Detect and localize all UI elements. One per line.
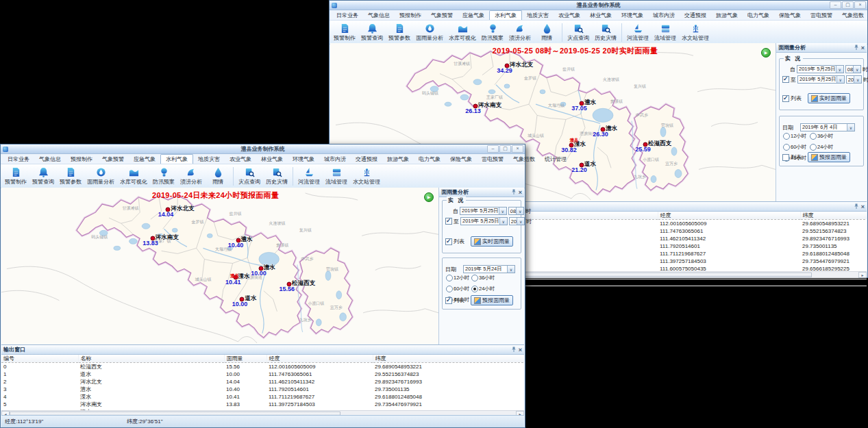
tab-统计管理[interactable]: 统计管理 xyxy=(540,155,571,164)
table-row[interactable]: 5涔水南支13.83111.39725718450329.73544769799… xyxy=(1,401,524,408)
toolbar-button-rain-info[interactable]: 雨情 xyxy=(534,23,560,42)
radio-24小时[interactable]: 24小时 xyxy=(471,286,497,292)
tab-环境气象[interactable]: 环境气象 xyxy=(288,155,319,164)
column-header-经度[interactable]: 经度 xyxy=(266,355,373,363)
chevron-down-icon[interactable]: ∨ xyxy=(836,76,844,83)
forecast-rainfall-button[interactable]: 预报面雨量 xyxy=(808,152,850,162)
realtime-rainfall-button[interactable]: 实时面雨量 xyxy=(808,93,850,103)
forecast-date-select[interactable]: 2019年 6月 4日∨ xyxy=(800,123,855,131)
list-checkbox[interactable] xyxy=(445,297,452,304)
tab-气象指数[interactable]: 气象指数 xyxy=(837,11,868,20)
maximize-button[interactable]: ▢ xyxy=(499,145,511,153)
tab-雷电预警[interactable]: 雷电预警 xyxy=(477,155,508,164)
tab-地质灾害[interactable]: 地质灾害 xyxy=(522,11,554,20)
pin-icon[interactable] xyxy=(854,45,859,51)
tab-农业气象[interactable]: 农业气象 xyxy=(554,11,585,20)
map-refresh-button[interactable]: ▶ xyxy=(761,48,771,58)
chevron-down-icon[interactable]: ∨ xyxy=(847,124,854,131)
tab-雷电预警[interactable]: 雷电预警 xyxy=(806,11,837,20)
toolbar-button-warning-params[interactable]: 预警参数 xyxy=(57,166,84,186)
tab-预报制作[interactable]: 预报制作 xyxy=(395,11,426,20)
to-date-select[interactable]: 2019年 5月25日∨ xyxy=(460,217,508,225)
toolbar-button-hydro-station-manage[interactable]: 水文站管理 xyxy=(350,166,383,186)
tab-预报制作[interactable]: 预报制作 xyxy=(66,155,97,164)
tab-农业气象[interactable]: 农业气象 xyxy=(225,155,256,164)
from-hour-select[interactable]: 08∨ xyxy=(508,207,524,215)
chevron-down-icon[interactable]: ∨ xyxy=(516,207,523,214)
chevron-down-icon[interactable]: ∨ xyxy=(499,207,506,214)
titlebar[interactable]: 澧县业务制作系统 – ▢ × xyxy=(1,144,525,154)
tab-电力气象[interactable]: 电力气象 xyxy=(743,11,774,20)
toolbar-button-disaster-point-query[interactable]: 灾点查询 xyxy=(565,23,592,42)
toolbar-button-warning-create[interactable]: 预警制作 xyxy=(331,23,358,42)
pin-icon[interactable] xyxy=(511,347,517,353)
map-refresh-button[interactable]: ▶ xyxy=(424,192,434,202)
table-row[interactable]: 0松滋西支15.56112.00160560500929.68905489532… xyxy=(1,363,524,371)
to-checkbox[interactable] xyxy=(445,218,452,225)
tab-交通预报[interactable]: 交通预报 xyxy=(680,11,711,20)
from-hour-select[interactable]: 08∨ xyxy=(845,65,861,73)
tab-城市内涝[interactable]: 城市内涝 xyxy=(319,155,351,164)
minimize-button[interactable]: – xyxy=(487,145,499,153)
tab-地质灾害[interactable]: 地质灾害 xyxy=(193,155,225,164)
column-header-纬度[interactable]: 纬度 xyxy=(373,355,524,363)
tab-气象预警[interactable]: 气象预警 xyxy=(97,155,129,164)
minimize-button[interactable]: – xyxy=(830,1,841,9)
from-date-select[interactable]: 2019年 5月25日∨ xyxy=(797,65,844,73)
tab-日常业务[interactable]: 日常业务 xyxy=(332,11,363,20)
table-row[interactable]: 4渫水10.41111.71121968762729.6188012485048 xyxy=(1,393,524,401)
tab-水利气象[interactable]: 水利气象 xyxy=(489,10,522,20)
tab-气象信息[interactable]: 气象信息 xyxy=(34,155,66,164)
to-checkbox[interactable] xyxy=(782,76,789,83)
list-checkbox[interactable] xyxy=(782,154,789,161)
from-date-select[interactable]: 2019年 5月25日∨ xyxy=(460,207,507,215)
toolbar-button-disaster-point-query[interactable]: 灾点查询 xyxy=(236,166,263,186)
toolbar-button-history-disaster[interactable]: 历史灾情 xyxy=(263,166,290,186)
close-button[interactable]: × xyxy=(512,145,523,153)
tab-电力气象[interactable]: 电力气象 xyxy=(414,155,445,164)
toolbar-button-waterlogging[interactable]: 渍涝分析 xyxy=(177,166,205,186)
tab-环境气象[interactable]: 环境气象 xyxy=(617,11,648,20)
toolbar-button-flood-plan[interactable]: 防汛预案 xyxy=(479,23,506,42)
panel-close-icon[interactable]: × xyxy=(861,45,865,51)
column-header-名称[interactable]: 名称 xyxy=(78,355,224,363)
toolbar-button-basin-manage[interactable]: 流域管理 xyxy=(323,166,350,186)
toolbar-button-warning-query[interactable]: 预警查询 xyxy=(29,166,57,186)
chevron-down-icon[interactable]: ∨ xyxy=(836,66,843,73)
column-header-编号[interactable]: 编号 xyxy=(1,355,78,363)
table-row[interactable]: 1道水10.00111.7476306506129.552156374823 xyxy=(1,370,524,378)
tab-气象预警[interactable]: 气象预警 xyxy=(426,11,458,20)
tab-旅游气象[interactable]: 旅游气象 xyxy=(711,11,743,20)
radio-12小时[interactable]: 12小时 xyxy=(446,275,471,281)
close-button[interactable]: × xyxy=(854,1,866,9)
tab-应急气象[interactable]: 应急气象 xyxy=(458,11,489,20)
maximize-button[interactable]: ▢ xyxy=(842,1,854,9)
toolbar-button-river-manage[interactable]: 河流管理 xyxy=(295,166,323,186)
tab-保险气象[interactable]: 保险气象 xyxy=(445,155,477,164)
tab-日常业务[interactable]: 日常业务 xyxy=(3,155,34,164)
chevron-down-icon[interactable]: ∨ xyxy=(517,218,524,225)
toolbar-button-reservoir-view[interactable]: 水库可视化 xyxy=(446,23,479,42)
forecast-date-select[interactable]: 2019年 5月24日∨ xyxy=(463,265,515,273)
toolbar-button-rain-info[interactable]: 雨情 xyxy=(205,166,231,186)
tab-旅游气象[interactable]: 旅游气象 xyxy=(382,155,414,164)
column-header-纬度[interactable]: 纬度 xyxy=(800,212,867,220)
list-checkbox[interactable] xyxy=(782,95,789,102)
list-checkbox[interactable] xyxy=(445,238,452,245)
tab-交通预报[interactable]: 交通预报 xyxy=(351,155,382,164)
to-hour-select[interactable]: 20∨ xyxy=(509,217,525,225)
tab-林业气象[interactable]: 林业气象 xyxy=(585,11,617,20)
map-area[interactable]: 2019-05-24日未来24小时预报面雨量 ▶ 甘溪滩镇码头铺镇王家厂镇金罗镇… xyxy=(1,188,439,344)
chevron-down-icon[interactable]: ∨ xyxy=(507,266,514,273)
tab-城市内涝[interactable]: 城市内涝 xyxy=(648,11,680,20)
radio-60小时[interactable]: 60小时 xyxy=(783,144,810,151)
radio-36小时[interactable]: 36小时 xyxy=(471,275,497,281)
chevron-down-icon[interactable]: ∨ xyxy=(853,66,860,73)
scroll-right-icon[interactable]: ▸ xyxy=(858,272,867,278)
toolbar-button-river-manage[interactable]: 河流管理 xyxy=(624,23,652,42)
table-row[interactable]: 3澧水10.40111.792051460129.735001135 xyxy=(1,386,524,393)
radio-36小时[interactable]: 36小时 xyxy=(810,133,836,140)
toolbar-button-waterlogging[interactable]: 渍涝分析 xyxy=(506,23,534,42)
toolbar-button-reservoir-view[interactable]: 水库可视化 xyxy=(117,166,150,186)
tab-保险气象[interactable]: 保险气象 xyxy=(774,11,806,20)
